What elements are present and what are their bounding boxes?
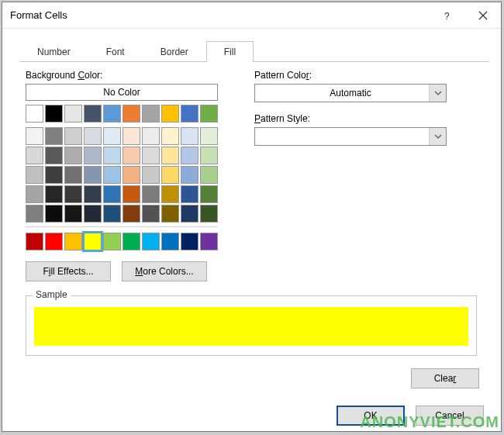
color-swatch[interactable] [103,233,121,250]
sample-label: Sample [33,289,71,300]
sample-preview [34,307,468,346]
dialog-buttons: OK Cancel [26,406,485,426]
color-swatch[interactable] [26,185,43,203]
color-swatch[interactable] [45,185,63,203]
color-swatch[interactable] [142,233,160,250]
color-swatch[interactable] [200,185,218,203]
ok-button[interactable]: OK [337,406,405,426]
color-swatch[interactable] [26,233,43,250]
color-swatch[interactable] [26,166,43,184]
tab-fill[interactable]: Fill [206,41,254,62]
color-swatch[interactable] [200,205,218,223]
color-swatch[interactable] [123,105,140,123]
color-swatch[interactable] [181,166,198,184]
color-swatch[interactable] [200,166,218,184]
color-swatch[interactable] [64,166,82,184]
tab-border[interactable]: Border [143,41,206,62]
color-swatch[interactable] [103,205,121,223]
color-swatch[interactable] [26,147,43,164]
color-swatch[interactable] [64,185,82,203]
color-swatch[interactable] [161,105,179,123]
color-swatch[interactable] [181,233,198,250]
color-swatch[interactable] [123,147,140,164]
fill-effects-button[interactable]: Fill Effects... [26,261,111,281]
divider [26,226,218,227]
color-swatch[interactable] [45,233,63,250]
color-swatch[interactable] [181,105,198,123]
color-swatch[interactable] [84,105,102,123]
help-button[interactable]: ? [430,2,465,29]
chevron-down-icon [434,91,442,95]
color-swatch[interactable] [161,166,179,184]
color-swatch[interactable] [84,233,102,250]
close-button[interactable] [465,2,501,29]
color-swatch[interactable] [161,205,179,223]
color-swatch[interactable] [181,127,198,145]
tab-font[interactable]: Font [88,41,143,62]
color-swatch[interactable] [103,127,121,145]
color-swatch[interactable] [161,185,179,203]
color-swatch[interactable] [84,185,102,203]
color-swatch[interactable] [161,233,179,250]
color-swatch[interactable] [123,233,140,250]
color-swatch[interactable] [45,166,63,184]
pattern-color-value: Automatic [255,88,446,98]
clear-row: Clear [26,368,485,388]
color-swatch[interactable] [161,127,179,145]
color-swatch[interactable] [84,166,102,184]
format-cells-dialog: Format Cells ? Number Font Border Fill B… [2,2,502,432]
color-swatch[interactable] [161,147,179,164]
color-swatch[interactable] [123,166,140,184]
button-row: Fill Effects... More Colors... [26,261,219,281]
color-swatch[interactable] [200,127,218,145]
color-swatch[interactable] [200,105,218,123]
color-swatch[interactable] [64,105,82,123]
color-swatch[interactable] [200,147,218,164]
tab-strip: Number Font Border Fill [19,40,501,61]
color-swatch[interactable] [64,147,82,164]
color-swatch[interactable] [45,127,63,145]
color-swatch[interactable] [142,205,160,223]
color-swatch[interactable] [84,147,102,164]
color-swatch[interactable] [103,105,121,123]
color-swatch[interactable] [142,105,160,123]
color-swatch[interactable] [45,147,63,164]
color-swatch[interactable] [26,105,43,123]
color-swatch[interactable] [181,147,198,164]
color-swatch[interactable] [142,127,160,145]
color-swatch[interactable] [45,105,63,123]
cancel-button[interactable]: Cancel [416,406,484,426]
color-swatch[interactable] [181,185,198,203]
color-swatch[interactable] [123,127,140,145]
color-swatch[interactable] [103,147,121,164]
pattern-style-label: Pattern Style: [254,113,447,124]
color-swatch[interactable] [84,127,102,145]
svg-text:?: ? [444,11,450,21]
color-swatch[interactable] [123,205,140,223]
color-swatch[interactable] [103,185,121,203]
color-swatch[interactable] [142,185,160,203]
color-swatch[interactable] [181,205,198,223]
color-swatch[interactable] [103,166,121,184]
color-swatch[interactable] [64,233,82,250]
color-swatch[interactable] [26,205,43,223]
color-swatch[interactable] [45,205,63,223]
tab-number[interactable]: Number [19,41,88,62]
color-swatch[interactable] [64,205,82,223]
clear-button[interactable]: Clear [411,368,479,388]
pattern-style-dropdown[interactable] [254,127,447,146]
color-swatch[interactable] [84,205,102,223]
theme-shades-grid [26,127,219,223]
color-swatch[interactable] [200,233,218,250]
color-swatch[interactable] [64,127,82,145]
theme-colors-row [26,105,219,123]
dropdown-arrow [429,85,446,102]
left-column: Background Color: No Color Fill Effects.… [26,70,219,281]
color-swatch[interactable] [142,147,160,164]
color-swatch[interactable] [142,166,160,184]
pattern-color-dropdown[interactable]: Automatic [254,84,447,102]
color-swatch[interactable] [26,127,43,145]
no-color-button[interactable]: No Color [26,84,218,101]
more-colors-button[interactable]: More Colors... [122,261,207,281]
color-swatch[interactable] [123,185,140,203]
